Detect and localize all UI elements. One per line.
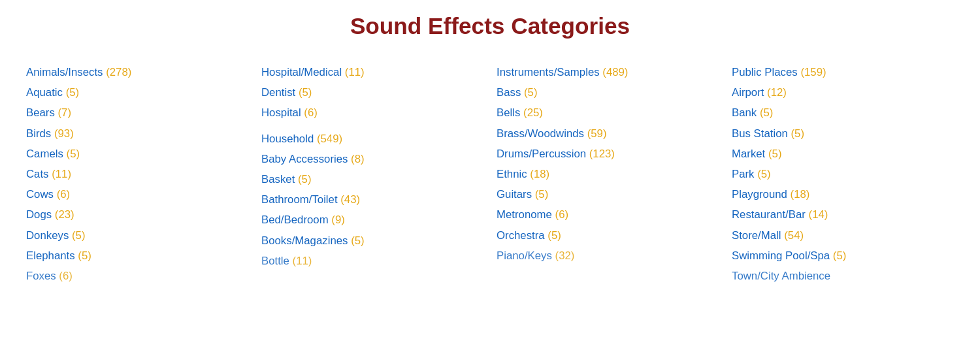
- category-item[interactable]: Bass (5): [497, 84, 719, 101]
- category-item[interactable]: Brass/Woodwinds (59): [497, 125, 719, 142]
- category-count: (18): [787, 188, 810, 200]
- category-count: (11): [289, 255, 312, 267]
- category-item[interactable]: Basket (5): [261, 171, 483, 187]
- category-name: Park: [732, 168, 755, 180]
- category-name: Bed/Bedroom: [261, 214, 329, 226]
- category-count: (5): [348, 234, 364, 247]
- category-count: (278): [103, 66, 132, 78]
- column-1: Animals/Insects (278)Aquatic (5)Bears (7…: [26, 59, 248, 284]
- category-item[interactable]: Park (5): [732, 166, 954, 182]
- category-count: (5): [521, 86, 537, 99]
- category-item[interactable]: Cows (6): [26, 186, 248, 202]
- category-name: Dogs: [26, 208, 52, 221]
- category-item[interactable]: Bears (7): [26, 104, 248, 121]
- category-item[interactable]: Aquatic (5): [26, 84, 248, 101]
- category-count: (5): [545, 229, 561, 242]
- category-count: (5): [63, 86, 79, 99]
- category-item[interactable]: Bus Station (5): [732, 125, 954, 142]
- category-item[interactable]: Baby Accessories (8): [261, 151, 483, 167]
- category-item[interactable]: Elephants (5): [26, 248, 248, 264]
- category-count: (8): [348, 153, 364, 165]
- category-count: (9): [329, 214, 345, 226]
- category-item[interactable]: Bathroom/Toilet (43): [261, 191, 483, 208]
- category-count: (14): [806, 208, 828, 221]
- category-item[interactable]: Market (5): [732, 146, 954, 162]
- category-name: Drums/Percussion: [497, 148, 586, 160]
- category-name: Foxes: [26, 270, 56, 282]
- category-name: Ethnic: [497, 168, 527, 180]
- category-item[interactable]: Swimming Pool/Spa (5): [732, 248, 954, 264]
- category-item[interactable]: Town/City Ambience: [732, 268, 954, 284]
- category-item[interactable]: Dogs (23): [26, 206, 248, 223]
- category-name: Orchestra: [497, 229, 545, 242]
- category-name: Bass: [497, 86, 521, 99]
- category-count: (54): [781, 229, 804, 242]
- category-name: Public Places: [732, 66, 798, 78]
- category-name: Cats: [26, 168, 49, 180]
- category-item[interactable]: Bells (25): [497, 104, 719, 121]
- category-count: (159): [798, 66, 826, 78]
- category-item[interactable]: Store/Mall (54): [732, 227, 954, 244]
- category-name: Books/Magazines: [261, 234, 348, 247]
- category-name: Market: [732, 148, 765, 160]
- category-item[interactable]: Books/Magazines (5): [261, 232, 483, 249]
- category-item[interactable]: Ethnic (18): [497, 166, 719, 182]
- category-count: (6): [54, 188, 70, 200]
- category-item[interactable]: Public Places (159): [732, 64, 954, 80]
- category-item[interactable]: Orchestra (5): [497, 227, 719, 244]
- category-count: (59): [584, 127, 607, 140]
- category-item[interactable]: Foxes (6): [26, 268, 248, 284]
- category-item[interactable]: Household (549): [261, 131, 483, 147]
- category-item[interactable]: Hospital/Medical (11): [261, 64, 483, 80]
- category-item[interactable]: Donkeys (5): [26, 227, 248, 244]
- category-item[interactable]: Dentist (5): [261, 84, 483, 101]
- category-count: (5): [69, 229, 85, 242]
- category-item[interactable]: Guitars (5): [497, 186, 719, 202]
- category-item[interactable]: Piano/Keys (32): [497, 248, 719, 264]
- category-item[interactable]: Instruments/Samples (489): [497, 64, 719, 80]
- category-count: (6): [552, 208, 568, 221]
- category-name: Piano/Keys: [497, 249, 552, 262]
- category-count: (549): [314, 133, 342, 145]
- category-count: (5): [755, 168, 771, 180]
- category-count: (123): [586, 148, 615, 160]
- category-item[interactable]: Airport (12): [732, 84, 954, 101]
- category-item[interactable]: Animals/Insects (278): [26, 64, 248, 80]
- category-item[interactable]: Bed/Bedroom (9): [261, 212, 483, 228]
- category-count: (489): [600, 66, 629, 78]
- column-3: Instruments/Samples (489)Bass (5)Bells (…: [497, 59, 719, 284]
- category-count: (6): [56, 270, 73, 282]
- column-4: Public Places (159)Airport (12)Bank (5)B…: [732, 59, 954, 284]
- category-item[interactable]: Bottle (11): [261, 253, 483, 269]
- category-name: Bottle: [261, 255, 289, 267]
- category-name: Guitars: [497, 188, 532, 200]
- category-count: (5): [788, 127, 804, 140]
- category-item[interactable]: Metronome (6): [497, 206, 719, 223]
- category-item[interactable]: Birds (93): [26, 125, 248, 142]
- category-item[interactable]: Hospital (6): [261, 104, 483, 121]
- category-count: (5): [295, 86, 312, 99]
- category-name: Donkeys: [26, 229, 69, 242]
- category-name: Aquatic: [26, 86, 63, 99]
- category-count: (5): [295, 173, 311, 185]
- category-count: (5): [63, 148, 80, 160]
- category-item[interactable]: Restaurant/Bar (14): [732, 206, 954, 223]
- category-count: (23): [52, 208, 74, 221]
- category-name: Playground: [732, 188, 787, 200]
- category-count: (6): [301, 106, 318, 119]
- category-name: Restaurant/Bar: [732, 208, 806, 221]
- category-name: Animals/Insects: [26, 66, 103, 78]
- category-name: Dentist: [261, 86, 295, 99]
- category-item[interactable]: Drums/Percussion (123): [497, 146, 719, 162]
- category-item[interactable]: Camels (5): [26, 146, 248, 162]
- page-title: Sound Effects Categories: [26, 13, 954, 39]
- category-name: Bears: [26, 106, 55, 119]
- category-count: (5): [75, 249, 91, 262]
- category-count: (25): [520, 106, 543, 119]
- category-count: (11): [49, 168, 72, 180]
- category-item[interactable]: Bank (5): [732, 104, 954, 121]
- category-item[interactable]: Cats (11): [26, 166, 248, 182]
- category-count: (18): [527, 168, 550, 180]
- category-item[interactable]: Playground (18): [732, 186, 954, 202]
- category-name: Brass/Woodwinds: [497, 127, 584, 140]
